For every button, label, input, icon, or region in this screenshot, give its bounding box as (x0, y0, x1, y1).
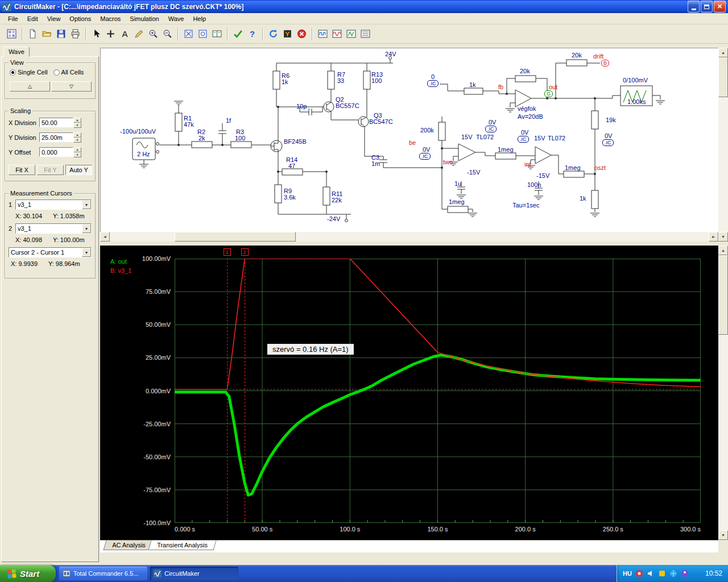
help-icon[interactable]: ? (245, 27, 259, 41)
tab-wave[interactable]: Wave (3, 47, 30, 57)
system-tray: HU 10:52 (617, 565, 728, 582)
menu-wave[interactable]: Wave (164, 14, 189, 23)
scroll-up-icon[interactable]: ▲ (718, 48, 728, 57)
radio-single-cell[interactable]: Single Cell (10, 69, 48, 76)
split-view-icon[interactable] (210, 27, 224, 41)
language-indicator[interactable]: HU (623, 570, 632, 577)
cursor-1-signal-select[interactable]: v3_1▼ (15, 199, 92, 210)
menu-options[interactable]: Options (65, 14, 96, 23)
menu-edit[interactable]: Edit (23, 14, 43, 23)
wave-panel: Wave View Single Cell All Cells △ ▽ Scal… (0, 44, 100, 565)
fit-x-button[interactable]: Fit X (9, 165, 35, 175)
cursor-2-index: 2 (9, 225, 15, 232)
waveform-v-scrollbar[interactable]: ▲ ▼ (718, 246, 728, 540)
schematic-label: 1meg (565, 164, 581, 171)
scroll-up-icon[interactable]: ▲ (718, 246, 728, 255)
menu-macros[interactable]: Macros (96, 14, 125, 23)
check-circuit-icon[interactable] (231, 27, 245, 41)
zoom-out-tool-icon[interactable] (160, 27, 175, 41)
radio-single-cell-label: Single Cell (18, 69, 48, 76)
menu-file[interactable]: File (3, 14, 23, 23)
antivirus-tray-icon[interactable] (635, 569, 643, 577)
scroll-down-icon[interactable]: ▼ (718, 232, 728, 242)
schematic-label: 10p (296, 103, 307, 110)
probe-tool-icon[interactable]: Y (280, 27, 295, 41)
cursor-diff-select[interactable]: Cursor 2 - Cursor 1▼ (9, 247, 92, 257)
fit-page-icon[interactable] (181, 27, 196, 41)
y-division-spinner[interactable]: ▲▼ (73, 132, 81, 142)
analog-scope-icon[interactable] (330, 27, 344, 41)
chevron-down-icon: ▼ (82, 200, 91, 209)
task-circuitmaker[interactable]: CircuitMaker (150, 567, 238, 580)
cursor-2-values: X: 40.098Y: 100.00m (15, 236, 85, 243)
schematic-canvas[interactable]: 24VR61kR733R13100Q2BC557C10pQ3BC547CR147… (100, 48, 718, 232)
schematic-label: .IC (419, 153, 431, 160)
select-tool-icon[interactable] (89, 27, 104, 41)
radio-all-cells[interactable]: All Cells (53, 69, 84, 76)
schematic-label: -24V (327, 215, 340, 222)
signal-generator-icon[interactable] (344, 27, 358, 41)
maximize-button[interactable] (701, 1, 713, 13)
y-axis-label: 0.000mV (132, 388, 171, 394)
zoom-page-icon[interactable] (196, 27, 210, 41)
scrollbar-thumb[interactable] (718, 57, 728, 97)
app-icon (2, 2, 11, 11)
open-file-icon[interactable] (40, 27, 54, 41)
waveform-plot[interactable] (175, 259, 701, 523)
schematic-label: .IC (602, 139, 614, 146)
text-tool-icon[interactable]: A (118, 27, 132, 41)
svg-text:Y: Y (286, 30, 290, 38)
cursor-marker[interactable]: 1 (224, 248, 231, 256)
schematic-label: 1f (226, 117, 231, 124)
scrollbar-thumb[interactable] (175, 232, 296, 242)
task-label: Total Commander 6.5... (73, 570, 138, 577)
x-division-input[interactable] (39, 118, 73, 127)
scroll-right-icon[interactable]: ► (709, 232, 718, 242)
close-button[interactable]: ✕ (714, 1, 726, 13)
parts-browser-icon[interactable] (5, 27, 19, 41)
waveform-viewer[interactable]: A: out B: v3_1 szervó = 0.16 Hz (A=1) 10… (100, 246, 718, 540)
y-offset-spinner[interactable]: ▲▼ (73, 147, 81, 157)
cell-down-button[interactable]: ▽ (51, 81, 92, 92)
schematic-label: 1k (282, 78, 288, 85)
menu-help[interactable]: Help (188, 14, 210, 23)
x-division-spinner[interactable]: ▲▼ (73, 118, 81, 127)
task-total-commander[interactable]: Total Commander 6.5... (59, 567, 147, 580)
menu-simulation[interactable]: Simulation (125, 14, 163, 23)
y-offset-input[interactable] (39, 147, 73, 157)
scroll-down-icon[interactable]: ▼ (718, 530, 728, 540)
stop-simulation-icon[interactable] (295, 27, 309, 41)
menu-view[interactable]: View (43, 14, 65, 23)
print-icon[interactable] (68, 27, 82, 41)
schematic-label: 22k (332, 197, 342, 203)
digital-scope-icon[interactable] (316, 27, 330, 41)
save-file-icon[interactable] (54, 27, 68, 41)
reset-simulation-icon[interactable] (266, 27, 280, 41)
auto-y-button[interactable]: Auto Y (65, 165, 92, 175)
add-part-tool-icon[interactable] (104, 27, 118, 41)
volume-tray-icon[interactable] (647, 569, 655, 577)
network-tray-icon[interactable] (669, 569, 677, 577)
messenger-tray-icon[interactable] (681, 569, 689, 577)
scrollbar-thumb[interactable] (718, 255, 728, 335)
tab-transient-analysis[interactable]: Transient Analysis (148, 541, 216, 550)
edit-tool-icon[interactable] (132, 27, 146, 41)
cursor-2-signal-select[interactable]: v3_1▼ (15, 223, 92, 234)
start-button[interactable]: Start (0, 565, 56, 582)
scroll-left-icon[interactable]: ◄ (100, 232, 110, 242)
schematic-h-scrollbar[interactable]: ◄ ► (100, 232, 718, 242)
schematic-label: -100u/100uV (120, 128, 156, 135)
taskbar-clock[interactable]: 10:52 (705, 569, 722, 577)
zoom-in-tool-icon[interactable] (146, 27, 160, 41)
fit-y-button[interactable]: Fit Y (37, 165, 64, 175)
cursor-marker[interactable]: 2 (241, 248, 249, 256)
y-axis-label: -50.00mV (132, 454, 171, 460)
new-file-icon[interactable] (26, 27, 40, 41)
minimize-button[interactable] (688, 1, 700, 13)
update-tray-icon[interactable] (658, 569, 666, 577)
y-division-input[interactable] (39, 132, 73, 142)
cell-up-button[interactable]: △ (10, 81, 50, 92)
logic-analyzer-icon[interactable] (358, 27, 373, 41)
schematic-v-scrollbar[interactable]: ▲ ▼ (718, 48, 728, 242)
tab-ac-analysis[interactable]: AC Analysis (104, 541, 155, 550)
